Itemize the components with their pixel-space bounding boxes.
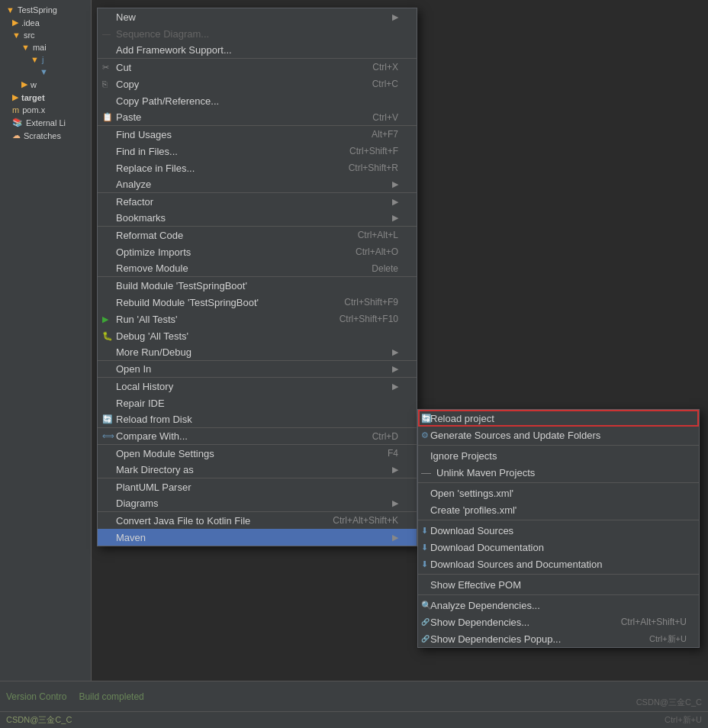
status-bar: CSDN@三金C_C Ctrl+新+U xyxy=(0,711,708,728)
menu-item-reformat-shortcut: Ctrl+Alt+L xyxy=(358,230,398,240)
tree-item-root[interactable]: ▼ TestSpring xyxy=(0,4,91,16)
submenu-item-analyzedeps[interactable]: 🔍 Analyze Dependencies... xyxy=(418,597,699,614)
menu-item-copypath[interactable]: Copy Path/Reference... xyxy=(98,92,417,109)
compare-icon: ⟺ xyxy=(102,431,114,441)
menu-item-convertjava[interactable]: Convert Java File to Kotlin File Ctrl+Al… xyxy=(98,512,417,529)
menu-item-refactor[interactable]: Refactor ▶ xyxy=(98,193,417,210)
menu-item-buildmodule[interactable]: Build Module 'TestSpringBoot' xyxy=(98,277,417,294)
tree-item-main[interactable]: ▼ mai xyxy=(0,41,91,53)
menu-item-removemodule-shortcut: Delete xyxy=(372,263,398,274)
submenu-item-reloadproject[interactable]: 🔄 Reload project xyxy=(418,410,699,427)
tree-item-pkg[interactable]: ▼ xyxy=(0,66,91,78)
submenu-item-downloadsourcesdocs[interactable]: ⬇ Download Sources and Documentation xyxy=(418,556,699,572)
paste-icon: 📋 xyxy=(102,112,113,122)
folder-icon-target: ▶ xyxy=(12,92,18,102)
menu-item-repairide-label: Repair IDE xyxy=(116,398,398,409)
menu-item-findusages[interactable]: Find Usages Alt+F7 xyxy=(98,126,417,143)
submenu-item-analyzedeps-label: Analyze Dependencies... xyxy=(430,600,687,611)
version-control-label[interactable]: Version Contro xyxy=(6,691,66,702)
menu-item-findinfiles[interactable]: Find in Files... Ctrl+Shift+F xyxy=(98,143,417,159)
project-panel: ▼ TestSpring ▶ .idea ▼ src ▼ mai ▼ j ▼ ▶… xyxy=(0,0,92,728)
menu-item-bookmarks[interactable]: Bookmarks ▶ xyxy=(98,210,417,227)
menu-item-replaceinfiles-label: Replace in Files... xyxy=(116,163,336,174)
menu-item-optimizeimports[interactable]: Optimize Imports Ctrl+Alt+O xyxy=(98,243,417,260)
menu-item-openin[interactable]: Open In ▶ xyxy=(98,361,417,378)
menu-item-replaceinfiles-shortcut: Ctrl+Shift+R xyxy=(349,163,398,173)
submenu-item-showdepspopup-label: Show Dependencies Popup... xyxy=(430,633,637,645)
menu-item-cut[interactable]: ✂ Cut Ctrl+X xyxy=(98,59,417,76)
library-icon: 📚 xyxy=(12,118,23,127)
menu-item-cut-label: Cut xyxy=(116,62,360,73)
menu-item-plantuml[interactable]: PlantUML Parser xyxy=(98,478,417,495)
folder-icon-main: ▼ xyxy=(21,43,30,52)
bottom-panel: Version Contro Build completed xyxy=(0,681,708,711)
menu-item-localhistory[interactable]: Local History ▶ xyxy=(98,378,417,395)
tree-item-extlib[interactable]: 📚 External Li xyxy=(0,116,91,129)
menu-item-reloadfromdisk[interactable]: 🔄 Reload from Disk xyxy=(98,411,417,428)
tree-item-idea-label: .idea xyxy=(21,18,40,27)
menu-item-reformat[interactable]: Reformat Code Ctrl+Alt+L xyxy=(98,227,417,243)
menu-item-run-shortcut: Ctrl+Shift+F10 xyxy=(340,314,398,324)
menu-item-diagrams[interactable]: Diagrams ▶ xyxy=(98,495,417,512)
submenu-item-generatesources[interactable]: ⚙ Generate Sources and Update Folders xyxy=(418,427,699,443)
tree-item-src[interactable]: ▼ src xyxy=(0,29,91,41)
tree-item-wcam[interactable]: ▶ w xyxy=(0,78,91,91)
menu-item-framework[interactable]: Add Framework Support... xyxy=(98,42,417,59)
tree-item-scratches[interactable]: ☁ Scratches xyxy=(0,129,91,142)
submenu-item-reloadproject-label: Reload project xyxy=(430,413,687,424)
menu-item-run[interactable]: ▶ Run 'All Tests' Ctrl+Shift+F10 xyxy=(98,311,417,327)
submenu-item-createprofiles[interactable]: Create 'profiles.xml' xyxy=(418,501,699,518)
scratches-icon: ☁ xyxy=(12,130,21,140)
menu-item-paste-shortcut: Ctrl+V xyxy=(372,112,398,123)
menu-item-bookmarks-label: Bookmarks xyxy=(116,212,386,224)
menu-item-removemodule[interactable]: Remove Module Delete xyxy=(98,260,417,277)
submenu-separator-2 xyxy=(418,482,699,483)
folder-icon-idea: ▶ xyxy=(12,18,18,27)
menu-item-rebuildmodule-shortcut: Ctrl+Shift+F9 xyxy=(344,297,398,308)
submenu-item-showdeps[interactable]: 🔗 Show Dependencies... Ctrl+Alt+Shift+U xyxy=(418,614,699,630)
submenu-item-showdeps-shortcut: Ctrl+Alt+Shift+U xyxy=(621,617,687,627)
generatesources-icon: ⚙ xyxy=(421,430,429,440)
menu-item-sequence-label: Sequence Diagram... xyxy=(116,28,398,40)
submenu-item-ignoreprojects[interactable]: Ignore Projects xyxy=(418,447,699,464)
folder-icon-java: ▼ xyxy=(31,55,39,64)
tree-item-java[interactable]: ▼ j xyxy=(0,53,91,66)
tree-item-pomxml[interactable]: m pom.x xyxy=(0,104,91,116)
menu-item-markdirectoryas[interactable]: Mark Directory as ▶ xyxy=(98,462,417,478)
menu-item-findinfiles-label: Find in Files... xyxy=(116,146,337,157)
menu-item-morerun-label: More Run/Debug xyxy=(116,346,386,358)
menu-item-comparewith[interactable]: ⟺ Compare With... Ctrl+D xyxy=(98,428,417,445)
menu-item-morerun[interactable]: More Run/Debug ▶ xyxy=(98,344,417,361)
menu-item-repairide[interactable]: Repair IDE xyxy=(98,395,417,411)
tree-item-pomxml-label: pom.x xyxy=(22,105,45,114)
folder-icon-wcam: ▶ xyxy=(21,79,27,89)
tree-item-idea[interactable]: ▶ .idea xyxy=(0,16,91,29)
menu-item-paste-label: Paste xyxy=(116,111,360,123)
submenu-item-showeffectivepom[interactable]: Show Effective POM xyxy=(418,576,699,593)
menu-item-replaceinfiles[interactable]: Replace in Files... Ctrl+Shift+R xyxy=(98,159,417,176)
downloadsources-icon: ⬇ xyxy=(421,526,428,536)
menu-item-maven[interactable]: Maven ▶ xyxy=(98,529,417,546)
menu-item-sequence[interactable]: — Sequence Diagram... xyxy=(98,25,417,42)
arrow-icon-new: ▶ xyxy=(392,12,398,22)
menu-item-cut-shortcut: Ctrl+X xyxy=(372,62,398,72)
submenu-item-unlinkmaven[interactable]: — Unlink Maven Projects xyxy=(418,464,699,481)
menu-item-openmodulesettings[interactable]: Open Module Settings F4 xyxy=(98,445,417,462)
menu-item-debug[interactable]: 🐛 Debug 'All Tests' xyxy=(98,327,417,344)
menu-item-rebuildmodule[interactable]: Rebuild Module 'TestSpringBoot' Ctrl+Shi… xyxy=(98,294,417,311)
menu-item-copy[interactable]: ⎘ Copy Ctrl+C xyxy=(98,76,417,92)
submenu-item-opensettings[interactable]: Open 'settings.xml' xyxy=(418,485,699,501)
menu-item-paste[interactable]: 📋 Paste Ctrl+V xyxy=(98,109,417,126)
submenu-item-downloaddocs[interactable]: ⬇ Download Documentation xyxy=(418,539,699,556)
tree-item-target-label: target xyxy=(21,93,45,102)
tree-item-java-label: j xyxy=(42,55,43,64)
copy-icon: ⎘ xyxy=(102,79,108,89)
menu-item-new[interactable]: New ▶ xyxy=(98,8,417,25)
submenu-item-showdepspopup[interactable]: 🔗 Show Dependencies Popup... Ctrl+新+U xyxy=(418,630,699,647)
downloaddocs-icon: ⬇ xyxy=(421,543,428,552)
menu-item-analyze[interactable]: Analyze ▶ xyxy=(98,176,417,193)
submenu-item-downloadsources[interactable]: ⬇ Download Sources xyxy=(418,522,699,539)
showdeps-icon: 🔗 xyxy=(421,618,430,626)
tree-item-target[interactable]: ▶ target xyxy=(0,91,91,104)
menu-item-findusages-label: Find Usages xyxy=(116,129,359,140)
